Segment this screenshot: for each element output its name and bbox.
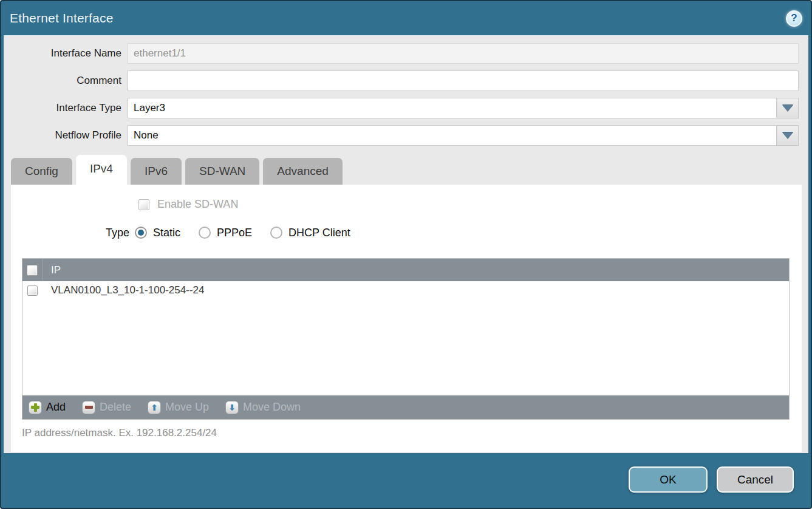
move-up-arrow-icon: ⬆ <box>148 401 161 414</box>
type-label: Type <box>11 227 135 239</box>
help-icon[interactable]: ? <box>786 10 802 27</box>
move-down-arrow-icon: ⬇ <box>225 401 239 414</box>
chevron-down-icon <box>782 132 793 139</box>
tab-advanced[interactable]: Advanced <box>263 158 343 185</box>
add-button[interactable]: Add <box>29 401 66 414</box>
cancel-button[interactable]: Cancel <box>717 466 794 493</box>
move-down-button-label: Move Down <box>243 401 301 414</box>
chevron-down-icon <box>782 105 793 112</box>
tab-bar: Config IPv4 IPv6 SD-WAN Advanced <box>11 155 343 185</box>
tab-sd-wan[interactable]: SD-WAN <box>185 158 259 185</box>
row-checkbox-cell <box>22 281 43 299</box>
ip-table-toolbar: Add Delete ⬆ Move Up ⬇ Move Down <box>22 395 789 419</box>
radio-dhcp-client[interactable] <box>270 227 282 239</box>
interface-type-value[interactable]: Layer3 <box>128 98 777 118</box>
tab-config[interactable]: Config <box>11 158 72 185</box>
row-checkbox[interactable] <box>27 285 38 296</box>
tab-ipv6[interactable]: IPv6 <box>131 158 182 185</box>
radio-dhcp-client-label[interactable]: DHCP Client <box>288 227 350 239</box>
interface-type-dropdown-button[interactable] <box>777 98 799 118</box>
netflow-profile-label: Netflow Profile <box>4 129 128 142</box>
radio-pppoe-label[interactable]: PPPoE <box>217 227 252 239</box>
ip-column-header: IP <box>43 264 61 276</box>
comment-input[interactable] <box>128 70 799 91</box>
dialog-body: Interface Name Comment Interface Type La… <box>4 35 808 453</box>
ipv4-tab-panel: Enable SD-WAN Type Static PPPoE DHCP Cli… <box>11 185 802 452</box>
ip-format-hint: IP address/netmask. Ex. 192.168.2.254/24 <box>22 427 217 439</box>
ok-button[interactable]: OK <box>629 466 708 493</box>
netflow-profile-row: Netflow Profile None <box>4 125 808 146</box>
comment-row: Comment <box>4 70 808 91</box>
dialog-title: Ethernet Interface <box>10 11 114 26</box>
move-down-button: ⬇ Move Down <box>225 401 301 414</box>
netflow-profile-dropdown-button[interactable] <box>777 125 799 146</box>
move-up-button: ⬆ Move Up <box>148 401 209 414</box>
tab-ipv4[interactable]: IPv4 <box>76 155 127 185</box>
type-row: Type Static PPPoE DHCP Client <box>11 222 369 243</box>
add-plus-icon <box>29 401 42 414</box>
dialog-footer: OK Cancel <box>1 453 811 508</box>
enable-sdwan-checkbox <box>138 199 149 210</box>
delete-minus-icon <box>82 401 95 414</box>
comment-label: Comment <box>4 75 128 87</box>
dialog-titlebar: Ethernet Interface ? <box>1 1 811 35</box>
interface-name-input <box>128 43 799 64</box>
move-up-button-label: Move Up <box>165 401 209 414</box>
ip-table-body: VLAN0100_L3_10-1-100-254--24 <box>22 281 789 395</box>
ip-row-value[interactable]: VLAN0100_L3_10-1-100-254--24 <box>43 284 204 296</box>
netflow-profile-dropdown[interactable]: None <box>128 125 799 146</box>
interface-type-row: Interface Type Layer3 <box>4 98 808 118</box>
radio-static[interactable] <box>135 227 147 239</box>
select-all-checkbox[interactable] <box>27 265 38 276</box>
table-row[interactable]: VLAN0100_L3_10-1-100-254--24 <box>22 281 789 299</box>
ip-table: IP VLAN0100_L3_10-1-100-254--24 Add <box>22 258 790 420</box>
delete-button: Delete <box>82 401 131 414</box>
interface-type-label: Interface Type <box>4 102 128 114</box>
ip-table-header: IP <box>22 259 789 281</box>
enable-sdwan-row: Enable SD-WAN <box>138 198 238 211</box>
ethernet-interface-dialog: Ethernet Interface ? Interface Name Comm… <box>0 0 812 509</box>
enable-sdwan-label: Enable SD-WAN <box>157 198 238 211</box>
select-all-cell <box>22 259 43 281</box>
delete-button-label: Delete <box>100 401 131 414</box>
radio-static-label[interactable]: Static <box>153 227 180 239</box>
radio-pppoe[interactable] <box>199 227 211 239</box>
interface-name-row: Interface Name <box>4 43 808 64</box>
interface-type-dropdown[interactable]: Layer3 <box>128 98 799 118</box>
add-button-label: Add <box>46 401 66 414</box>
netflow-profile-value[interactable]: None <box>128 125 777 146</box>
interface-name-label: Interface Name <box>4 47 128 60</box>
